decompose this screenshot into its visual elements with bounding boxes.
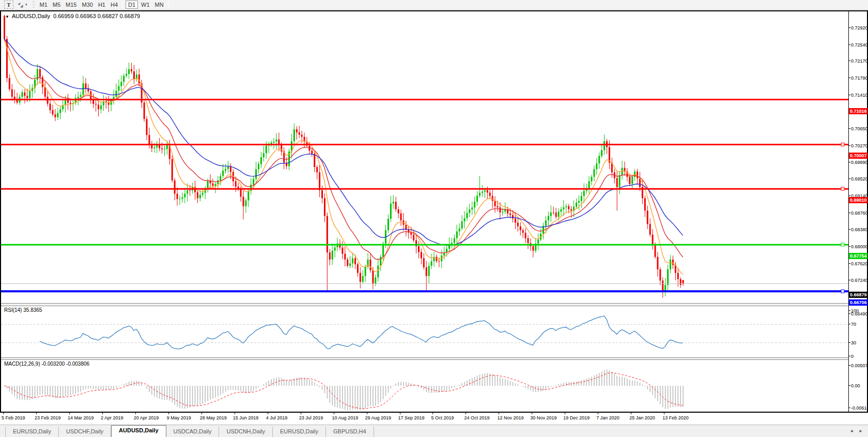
date-tick xyxy=(664,413,664,414)
arrows-tool-button[interactable]: ▾ xyxy=(14,1,29,9)
date-axis-label: 7 Jan 2020 xyxy=(596,415,619,420)
date-axis-label: 19 Dec 2019 xyxy=(563,415,590,420)
chart-ohlc-values: 0.66959 0.66963 0.66827 0.66879 xyxy=(53,13,140,19)
chart-tab-gbpusd-h4[interactable]: GBPUSD,H4 xyxy=(326,427,374,437)
symbol-dropdown-icon[interactable]: ▼ xyxy=(5,14,9,19)
date-tick xyxy=(3,413,4,414)
price-axis-label: 0.68380 xyxy=(851,227,868,232)
tab-scroll-right-icon[interactable]: ► xyxy=(859,429,863,433)
rsi-axis-label: 70 xyxy=(851,322,856,327)
macd-pane[interactable] xyxy=(1,360,848,411)
axis-tick xyxy=(849,365,850,366)
toolbar-separator xyxy=(168,1,169,8)
price-axis-label: 0.68000 xyxy=(851,244,868,249)
axis-tick xyxy=(849,162,850,162)
macd-signal-line xyxy=(4,373,683,409)
line-handle[interactable] xyxy=(841,290,844,293)
axis-tick xyxy=(849,178,850,179)
tab-scroll-left-icon[interactable]: ◄ xyxy=(849,429,854,433)
macd-axis-label: -0.00614 xyxy=(851,405,868,411)
toolbar-drag-handle[interactable] xyxy=(33,1,35,8)
macd-axis-label: 0.005076 xyxy=(851,363,868,368)
rsi-pane[interactable] xyxy=(1,306,848,357)
price-chart-pane[interactable] xyxy=(1,11,848,303)
timeframe-button-mn[interactable]: MN xyxy=(153,1,166,9)
date-tick xyxy=(400,413,400,414)
date-tick xyxy=(432,413,433,414)
rsi-indicator-label: RSI(14) 35.8365 xyxy=(4,307,42,313)
date-axis-label: 15 Jun 2019 xyxy=(233,415,259,420)
price-axis-label: 0.69890 xyxy=(851,160,868,165)
line-handle[interactable] xyxy=(841,187,844,190)
chart-tab-eurusd-daily[interactable]: EURUSD,Daily xyxy=(5,427,59,437)
slow-ma-line[interactable] xyxy=(4,39,683,245)
timeframe-button-d1[interactable]: D1 xyxy=(126,1,138,9)
rsi-axis-label: 30 xyxy=(851,340,856,345)
axis-tick xyxy=(849,342,850,343)
chart-tab-usdcad-daily[interactable]: USDCAD,Daily xyxy=(166,427,220,437)
date-tick xyxy=(268,413,268,414)
tab-scroll-arrows: ◄ ► xyxy=(849,429,863,433)
fast-ma-line[interactable] xyxy=(4,39,683,275)
timeframe-button-h1[interactable]: H1 xyxy=(96,1,107,9)
axis-tick xyxy=(849,95,850,95)
chart-window: ▼AUDUSD,Daily 0.66959 0.66963 0.66827 0.… xyxy=(0,10,868,413)
date-axis[interactable]: 5 Feb 201923 Feb 201914 Mar 20192 Apr 20… xyxy=(0,413,868,425)
chart-tab-usdcnh-daily[interactable]: USDCNH,Daily xyxy=(219,427,273,437)
axis-tick xyxy=(849,213,850,213)
price-axis-label: 0.67240 xyxy=(851,278,868,283)
date-axis-label: 29 Aug 2019 xyxy=(365,415,392,420)
date-tick xyxy=(367,413,367,414)
axis-tick xyxy=(849,313,850,314)
date-tick xyxy=(235,413,235,414)
price-axis[interactable]: 0.729200.725400.721700.717900.714100.706… xyxy=(848,11,867,412)
line-handle[interactable] xyxy=(841,243,844,246)
rsi-axis-label: 0 xyxy=(851,354,854,359)
timeframe-button-m5[interactable]: M5 xyxy=(51,1,63,9)
text-tool-button[interactable]: T xyxy=(4,1,13,9)
price-axis-label: 0.72170 xyxy=(851,58,868,64)
axis-tick xyxy=(849,324,850,324)
price-badge-0.67754: 0.67754 xyxy=(849,253,867,259)
date-tick xyxy=(334,413,334,414)
date-axis-label: 10 Aug 2019 xyxy=(332,415,359,420)
timeframe-button-h4[interactable]: H4 xyxy=(109,1,120,9)
chart-symbol-label: AUDUSD,Daily xyxy=(12,13,50,19)
axis-tick xyxy=(849,356,850,356)
axis-tick xyxy=(849,229,850,230)
price-badge-0.70007: 0.70007 xyxy=(849,153,867,159)
date-tick xyxy=(301,413,301,414)
date-tick xyxy=(466,413,466,414)
date-tick xyxy=(532,413,532,414)
date-tick xyxy=(598,413,598,414)
axis-tick xyxy=(849,61,850,61)
date-tick xyxy=(499,413,499,414)
date-axis-label: 14 Mar 2019 xyxy=(68,415,94,420)
date-axis-label: 9 May 2019 xyxy=(167,415,191,420)
date-tick xyxy=(102,413,103,414)
axis-tick xyxy=(849,145,850,146)
date-axis-label: 12 Nov 2019 xyxy=(497,415,523,420)
timeframe-button-m1[interactable]: M1 xyxy=(38,1,50,9)
axis-tick xyxy=(849,280,850,280)
chart-tab-usdchf-daily[interactable]: USDCHF,Daily xyxy=(59,427,111,437)
axis-tick xyxy=(849,44,850,45)
date-axis-label: 23 Feb 2019 xyxy=(35,415,61,420)
date-axis-label: 30 Nov 2019 xyxy=(530,415,556,420)
timeframe-button-w1[interactable]: W1 xyxy=(139,1,152,9)
macd-axis-label: 0.00 xyxy=(851,383,860,388)
axis-tick xyxy=(849,408,850,408)
line-handle[interactable] xyxy=(841,143,844,146)
price-axis-label: 0.72540 xyxy=(851,42,868,48)
timeframe-button-m15[interactable]: M15 xyxy=(64,1,79,9)
price-axis-label: 0.72920 xyxy=(851,25,868,31)
mid-ma-line[interactable] xyxy=(4,39,683,260)
date-tick xyxy=(135,413,136,414)
timeframe-button-m30[interactable]: M30 xyxy=(80,1,95,9)
chart-tab-eurusd-daily[interactable]: EURUSD,Daily xyxy=(273,427,326,437)
date-axis-label: 28 May 2019 xyxy=(200,415,227,420)
price-badge-0.66706: 0.66706 xyxy=(849,299,867,306)
chart-tab-audusd-daily[interactable]: AUDUSD,Daily xyxy=(111,425,166,437)
date-axis-label: 4 Jul 2019 xyxy=(266,415,288,420)
axis-tick xyxy=(849,195,850,196)
